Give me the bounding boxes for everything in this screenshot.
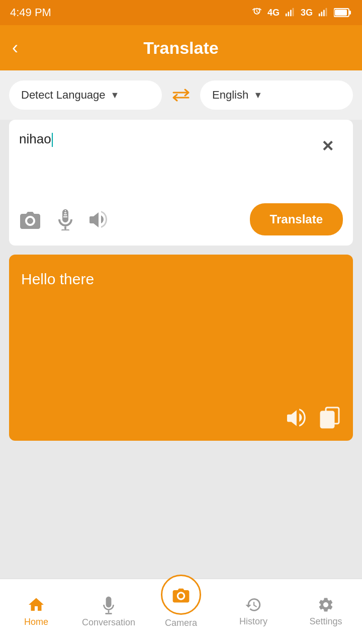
battery-icon — [334, 7, 352, 18]
copy-icon[interactable] — [319, 407, 341, 429]
svg-rect-6 — [323, 10, 325, 17]
svg-rect-3 — [293, 8, 294, 17]
speaker-icon[interactable] — [89, 210, 110, 229]
input-text-display[interactable]: nihao — [19, 130, 343, 190]
output-actions — [287, 407, 341, 429]
alarm-icon — [251, 7, 262, 18]
svg-rect-2 — [290, 10, 292, 17]
target-language-button[interactable]: English ▼ — [200, 80, 353, 110]
history-label: History — [239, 616, 267, 627]
conversation-label: Conversation — [82, 617, 135, 628]
nav-home[interactable]: Home — [0, 596, 72, 627]
output-speaker-icon[interactable] — [287, 408, 309, 428]
back-button[interactable]: ‹ — [12, 39, 18, 57]
output-area: Hello there — [9, 255, 353, 441]
home-icon — [27, 596, 45, 614]
status-icons: 4G 3G — [251, 7, 352, 18]
text-cursor — [52, 133, 53, 147]
svg-rect-12 — [61, 229, 69, 230]
signal-icon-1 — [285, 7, 296, 18]
translated-text: Hello there — [21, 269, 341, 290]
svg-rect-9 — [349, 11, 351, 15]
nav-camera[interactable]: Camera — [145, 575, 217, 628]
svg-rect-1 — [288, 12, 289, 16]
signal-icon-2 — [318, 7, 329, 18]
conversation-mic-icon — [100, 595, 117, 614]
source-chevron-icon: ▼ — [111, 90, 120, 101]
history-icon — [245, 596, 262, 613]
svg-rect-7 — [326, 8, 327, 17]
home-label: Home — [24, 617, 48, 627]
input-actions: Translate — [19, 203, 343, 235]
svg-rect-11 — [64, 226, 66, 229]
svg-rect-17 — [105, 613, 112, 614]
svg-rect-5 — [321, 12, 322, 16]
camera-nav-icon — [172, 587, 190, 603]
page-title: Translate — [143, 38, 218, 58]
source-language-label: Detect Language — [21, 89, 106, 102]
input-icon-group — [19, 208, 110, 230]
nav-settings[interactable]: Settings — [290, 596, 362, 627]
clear-button[interactable]: ✕ — [321, 139, 334, 154]
time-display: 4:49 PM — [10, 6, 51, 19]
nav-conversation[interactable]: Conversation — [72, 595, 145, 628]
camera-label: Camera — [165, 618, 197, 628]
target-chevron-icon: ▼ — [253, 90, 262, 101]
settings-label: Settings — [309, 616, 342, 627]
target-language-label: English — [212, 89, 248, 102]
source-language-button[interactable]: Detect Language ▼ — [9, 80, 162, 110]
bottom-navigation: Home Conversation Camera History Settin — [0, 579, 362, 644]
network-4g: 4G — [267, 8, 280, 18]
language-selector: Detect Language ▼ English ▼ — [0, 70, 362, 120]
settings-icon — [317, 596, 334, 613]
svg-rect-16 — [108, 610, 110, 613]
camera-icon[interactable] — [19, 210, 41, 229]
swap-icon — [171, 88, 191, 103]
swap-languages-button[interactable] — [167, 84, 195, 107]
svg-rect-14 — [321, 412, 334, 428]
nav-history[interactable]: History — [217, 596, 290, 627]
svg-rect-0 — [286, 14, 287, 17]
input-area: nihao ✕ Translate — [9, 120, 353, 246]
status-bar: 4:49 PM 4G 3G — [0, 0, 362, 25]
microphone-icon[interactable] — [56, 208, 74, 230]
svg-rect-10 — [335, 10, 347, 16]
camera-circle — [161, 575, 201, 615]
svg-rect-4 — [319, 14, 320, 17]
header: ‹ Translate — [0, 25, 362, 70]
network-3g: 3G — [301, 8, 313, 18]
translate-button[interactable]: Translate — [250, 203, 343, 235]
